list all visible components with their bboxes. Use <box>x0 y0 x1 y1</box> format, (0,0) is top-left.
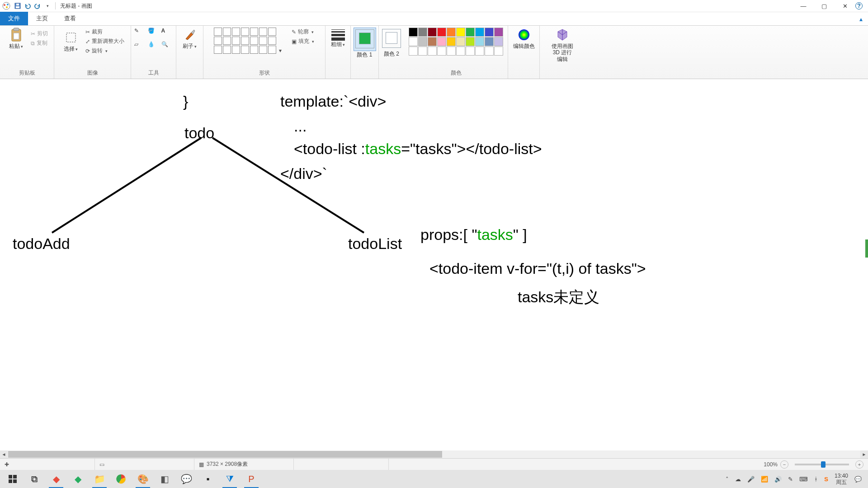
palette-color[interactable] <box>447 37 456 46</box>
tray-wifi-icon[interactable]: 📶 <box>761 476 768 483</box>
palette-color[interactable] <box>409 37 418 46</box>
copy-button[interactable]: ⧉ 复制 <box>30 39 48 47</box>
eraser-icon[interactable]: ▱ <box>134 41 146 53</box>
svg-rect-14 <box>9 475 12 479</box>
tab-view[interactable]: 查看 <box>56 12 84 25</box>
pencil-icon[interactable]: ✎ <box>134 28 146 39</box>
qat-dropdown-icon[interactable]: ▾ <box>43 2 52 10</box>
palette-color[interactable] <box>494 28 503 37</box>
tray-mic-icon[interactable]: 🎤 <box>747 476 755 483</box>
bucket-icon[interactable]: 🪣 <box>148 28 160 39</box>
shape-fill-button[interactable]: ▣ 填充▾ <box>291 37 315 46</box>
taskbar-powerpoint[interactable]: P <box>241 470 262 488</box>
palette-color[interactable] <box>494 37 503 46</box>
color2-button[interactable] <box>381 28 402 50</box>
undo-icon[interactable] <box>24 2 32 10</box>
taskbar-paint[interactable]: 🎨 <box>132 470 154 488</box>
start-button[interactable] <box>2 470 24 488</box>
palette-color[interactable] <box>466 37 475 46</box>
taskbar-app-1[interactable]: ◆ <box>45 470 67 488</box>
palette-empty[interactable] <box>466 47 475 56</box>
crop-button[interactable]: ✂ 裁剪 <box>85 28 104 36</box>
color-palette[interactable] <box>409 28 503 56</box>
color1-button[interactable] <box>354 28 376 51</box>
scroll-left-icon[interactable]: ◄ <box>0 450 8 458</box>
palette-color[interactable] <box>437 28 446 37</box>
paint3d-button[interactable]: 使用画图 3D 进行编辑 <box>552 28 573 62</box>
shape-outline-button[interactable]: ✎ 轮廓▾ <box>291 28 315 36</box>
brushes-button[interactable]: 刷子▾ <box>179 28 201 49</box>
magnifier-icon[interactable]: 🔍 <box>161 41 173 53</box>
taskbar-chrome[interactable] <box>110 470 132 488</box>
shapes-more-icon[interactable]: ▾ <box>279 28 285 54</box>
picker-icon[interactable]: 💧 <box>148 41 160 53</box>
palette-color[interactable] <box>475 28 484 37</box>
tray-sogou-icon[interactable]: S <box>824 476 828 483</box>
taskbar-explorer[interactable]: 📁 <box>89 470 110 488</box>
palette-color[interactable] <box>409 28 418 37</box>
palette-empty[interactable] <box>485 47 494 56</box>
palette-color[interactable] <box>475 37 484 46</box>
palette-empty[interactable] <box>409 47 418 56</box>
thickness-button[interactable] <box>330 29 346 41</box>
scroll-right-icon[interactable]: ► <box>860 450 868 458</box>
paste-button[interactable]: 粘贴▾ <box>5 28 27 49</box>
zoom-out-button[interactable]: − <box>780 460 788 469</box>
taskbar-vscode[interactable]: ⧩ <box>219 470 241 488</box>
tray-bluetooth-icon[interactable]: ᚼ <box>814 476 818 483</box>
palette-empty[interactable] <box>428 47 437 56</box>
text-icon[interactable]: A <box>161 28 173 39</box>
redo-icon[interactable] <box>33 2 42 10</box>
palette-color[interactable] <box>437 37 446 46</box>
cut-button[interactable]: ✂ 剪切 <box>30 29 49 38</box>
palette-color[interactable] <box>485 28 494 37</box>
palette-empty[interactable] <box>456 47 465 56</box>
close-button[interactable]: ✕ <box>835 0 855 12</box>
tray-notifications-icon[interactable]: 💬 <box>854 476 862 483</box>
palette-color[interactable] <box>456 37 465 46</box>
horizontal-scrollbar[interactable]: ◄ ► <box>0 450 868 458</box>
tab-home[interactable]: 主页 <box>28 12 56 25</box>
tray-onedrive-icon[interactable]: ☁ <box>735 476 741 483</box>
zoom-slider[interactable] <box>795 464 849 465</box>
tray-clock[interactable]: 13:40 周五 <box>835 473 848 486</box>
rotate-button[interactable]: ⟳ 旋转▾ <box>85 47 108 55</box>
text-todo: todo <box>184 124 214 142</box>
palette-empty[interactable] <box>447 47 456 56</box>
palette-empty[interactable] <box>437 47 446 56</box>
taskbar-terminal[interactable]: ▪ <box>197 470 219 488</box>
taskbar-app-2[interactable]: ◆ <box>67 470 89 488</box>
edit-colors-button[interactable]: 编辑颜色 <box>513 28 535 49</box>
help-button[interactable]: ? <box>855 2 863 9</box>
palette-color[interactable] <box>447 28 456 37</box>
tray-pen-icon[interactable]: ✎ <box>788 476 793 483</box>
tray-volume-icon[interactable]: 🔊 <box>774 476 782 483</box>
palette-empty[interactable] <box>475 47 484 56</box>
palette-color[interactable] <box>456 28 465 37</box>
tray-chevron-up-icon[interactable]: ˄ <box>726 476 729 483</box>
palette-empty[interactable] <box>494 47 503 56</box>
scroll-thumb[interactable] <box>8 451 442 458</box>
tab-file[interactable]: 文件 <box>0 12 28 25</box>
zoom-in-button[interactable]: + <box>855 460 863 469</box>
save-icon[interactable] <box>14 2 22 10</box>
palette-color[interactable] <box>418 37 427 46</box>
taskview-button[interactable]: ⧉ <box>24 470 45 488</box>
taskbar-wechat[interactable]: 💬 <box>175 470 197 488</box>
palette-color[interactable] <box>418 28 427 37</box>
shapes-gallery[interactable] <box>214 28 276 54</box>
palette-empty[interactable] <box>418 47 427 56</box>
palette-color[interactable] <box>466 28 475 37</box>
tray-ime-icon[interactable]: ⌨ <box>799 476 808 483</box>
taskbar-app-3[interactable]: ◧ <box>154 470 175 488</box>
palette-color[interactable] <box>485 37 494 46</box>
palette-color[interactable] <box>428 37 437 46</box>
ribbon-minimize-icon[interactable]: ▴ <box>854 13 868 25</box>
side-handle[interactable] <box>865 239 868 258</box>
resize-button[interactable]: ⤢ 重新调整大小 <box>85 37 125 46</box>
canvas-area[interactable]: } template:`<div> ... todo <todo-list :t… <box>0 79 868 458</box>
minimize-button[interactable]: — <box>793 0 814 12</box>
maximize-button[interactable]: ▢ <box>814 0 835 12</box>
select-button[interactable]: 选择▾ <box>60 30 82 52</box>
palette-color[interactable] <box>428 28 437 37</box>
